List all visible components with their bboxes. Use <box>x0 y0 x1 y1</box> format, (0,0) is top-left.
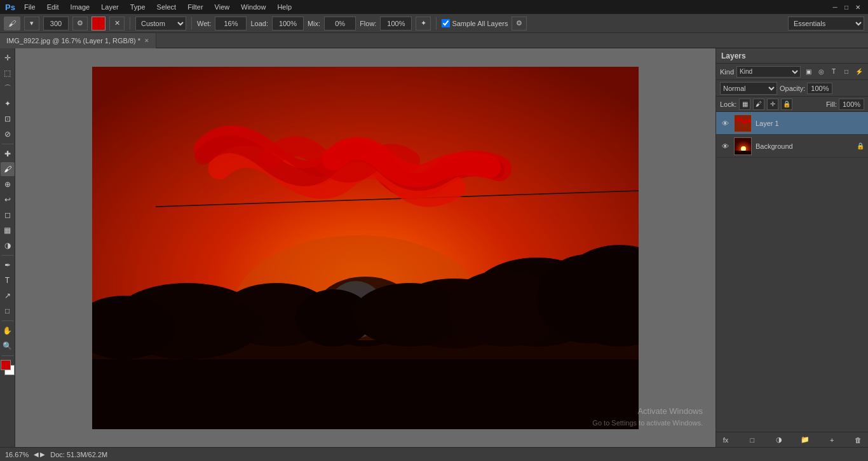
lasso-tool[interactable]: ⌒ <box>1 81 15 95</box>
tab-close-btn[interactable]: ✕ <box>144 38 149 44</box>
lock-all-btn[interactable]: 🔒 <box>781 99 792 110</box>
menu-type[interactable]: Type <box>125 2 151 12</box>
fill-row: Fill: 100% <box>826 99 864 110</box>
menu-filter[interactable]: Filter <box>182 2 208 12</box>
svg-point-13 <box>175 299 264 350</box>
layer-name-layer1: Layer 1 <box>756 120 864 127</box>
layer-item-layer1[interactable]: 👁 Layer 1 <box>716 112 868 135</box>
opacity-value[interactable]: 100% <box>807 83 832 94</box>
status-doc-info: Doc: 51.3M/62.2M <box>50 451 107 458</box>
menu-edit[interactable]: Edit <box>42 2 64 12</box>
magic-wand-tool[interactable]: ✦ <box>1 97 15 111</box>
brush-cancel-btn[interactable]: ✕ <box>109 17 125 31</box>
sample-all-layers-checkbox[interactable] <box>442 19 450 27</box>
opacity-label: Opacity: <box>780 85 805 92</box>
move-tool[interactable]: ✛ <box>1 51 15 65</box>
flow-value[interactable]: 100% <box>380 17 412 31</box>
wet-value[interactable]: 16% <box>215 17 247 31</box>
main-layout: ✛ ⬚ ⌒ ✦ ⊡ ⊘ ✚ 🖌 ⊕ ↩ ◻ ▦ ◑ ✒ T ↗ □ ✋ 🔍 <box>0 48 868 447</box>
mix-label: Mix: <box>308 20 320 27</box>
options-divider-2 <box>191 17 192 30</box>
tool-separator-4 <box>2 355 13 356</box>
pen-tool[interactable]: ✒ <box>1 258 15 272</box>
filter-shape-btn[interactable]: □ <box>841 67 851 77</box>
zoom-tool[interactable]: 🔍 <box>1 339 15 353</box>
dodge-tool[interactable]: ◑ <box>1 238 15 252</box>
brush-size-display: 300 <box>43 17 69 31</box>
menu-layer[interactable]: Layer <box>96 2 124 12</box>
shape-tool[interactable]: □ <box>1 304 15 318</box>
options-bar: 🖌 ▾ 300 ⚙ ✕ Custom Wet: 16% Load: 100% M… <box>0 14 868 33</box>
close-button[interactable]: ✕ <box>853 2 863 12</box>
layer-visibility-layer1[interactable]: 👁 <box>720 118 730 128</box>
layer-name-background: Background <box>756 142 853 150</box>
layer-fx-btn[interactable]: fx <box>720 434 731 446</box>
menu-help[interactable]: Help <box>272 2 297 12</box>
path-selection-tool[interactable]: ↗ <box>1 289 15 303</box>
layer-visibility-background[interactable]: 👁 <box>720 141 730 151</box>
restore-button[interactable]: □ <box>841 2 851 12</box>
filter-pixel-btn[interactable]: ▣ <box>803 67 813 77</box>
lock-position-btn[interactable]: ✛ <box>767 99 778 110</box>
text-tool[interactable]: T <box>1 273 15 287</box>
minimize-button[interactable]: ─ <box>830 2 840 12</box>
marquee-tool[interactable]: ⬚ <box>1 66 15 80</box>
kind-label: Kind <box>720 68 734 76</box>
color-tools <box>1 360 15 376</box>
crop-tool[interactable]: ⊡ <box>1 112 15 126</box>
new-fill-layer-btn[interactable]: ◑ <box>773 434 785 446</box>
document-tab[interactable]: IMG_8922.jpg @ 16.7% (Layer 1, RGB/8) * … <box>0 33 156 48</box>
airbrush-btn[interactable]: ✦ <box>416 17 431 31</box>
history-brush-tool[interactable]: ↩ <box>1 193 15 207</box>
fill-value[interactable]: 100% <box>839 99 864 110</box>
tool-separator-3 <box>2 320 13 321</box>
menu-window[interactable]: Window <box>236 2 271 12</box>
layer-thumb-layer1 <box>734 114 752 132</box>
canvas-wrapper <box>92 67 639 429</box>
foreground-color-swatch[interactable] <box>1 360 11 370</box>
sample-all-layers-row: Sample All Layers <box>442 19 508 27</box>
status-nav-left[interactable]: ◀ <box>34 451 39 458</box>
status-bar: 16.67% ◀ ▶ Doc: 51.3M/62.2M <box>0 447 868 461</box>
menu-select[interactable]: Select <box>152 2 182 12</box>
hand-tool[interactable]: ✋ <box>1 324 15 338</box>
options-extra-btn[interactable]: ⚙ <box>512 17 527 31</box>
brush-preset-picker[interactable]: ▾ <box>24 17 39 31</box>
flow-label: Flow: <box>360 20 376 27</box>
new-group-btn[interactable]: 📁 <box>799 434 811 446</box>
ps-logo: Ps <box>5 3 15 12</box>
new-layer-btn[interactable]: + <box>826 434 837 446</box>
status-nav-right[interactable]: ▶ <box>40 451 45 458</box>
healing-tool[interactable]: ✚ <box>1 147 15 161</box>
opacity-row: Opacity: 100% <box>780 83 832 94</box>
brush-tool[interactable]: 🖌 <box>1 162 15 176</box>
menu-image[interactable]: Image <box>65 2 95 12</box>
kind-select[interactable]: Kind <box>736 66 801 78</box>
workspace-select[interactable]: Essentials <box>788 17 864 31</box>
blend-mode-select[interactable]: Normal <box>720 82 777 95</box>
layer-item-background[interactable]: 👁 <box>716 135 868 158</box>
filter-adjust-btn[interactable]: ◎ <box>816 67 826 77</box>
clone-tool[interactable]: ⊕ <box>1 177 15 191</box>
gradient-tool[interactable]: ▦ <box>1 223 15 237</box>
lock-image-btn[interactable]: 🖌 <box>753 99 764 110</box>
menu-file[interactable]: File <box>19 2 41 12</box>
menu-view[interactable]: View <box>210 2 235 12</box>
eyedropper-tool[interactable]: ⊘ <box>1 127 15 141</box>
eraser-tool[interactable]: ◻ <box>1 208 15 222</box>
brush-color-swatch[interactable] <box>92 17 105 31</box>
filter-smart-btn[interactable]: ⚡ <box>854 67 864 77</box>
mix-value[interactable]: 0% <box>324 17 356 31</box>
delete-layer-btn[interactable]: 🗑 <box>853 434 864 446</box>
brush-options-btn[interactable]: ⚙ <box>72 17 88 31</box>
brush-mode-select[interactable]: Custom <box>135 17 186 31</box>
layer-thumb-background <box>734 137 752 155</box>
layer-mask-btn[interactable]: □ <box>747 434 758 446</box>
layers-filter-bar: Kind Kind ▣ ◎ T □ ⚡ <box>716 64 868 80</box>
brush-tool-indicator[interactable]: 🖌 <box>4 17 20 31</box>
filter-type-btn[interactable]: T <box>829 67 839 77</box>
lock-transparency-btn[interactable]: ▦ <box>739 99 750 110</box>
load-value[interactable]: 100% <box>272 17 304 31</box>
svg-rect-22 <box>735 151 752 155</box>
svg-point-21 <box>741 146 746 151</box>
